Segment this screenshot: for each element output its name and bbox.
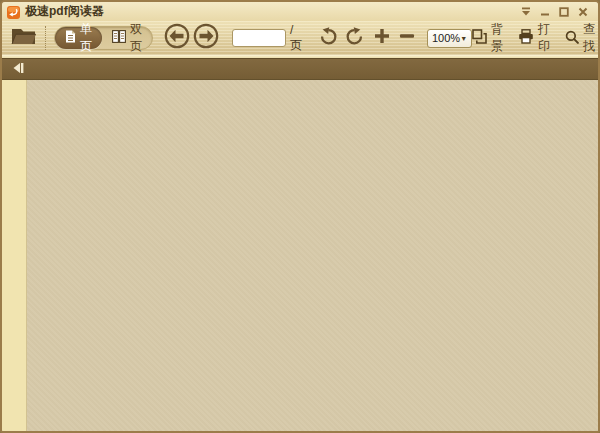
single-page-label: 单页 — [80, 21, 92, 55]
zoom-in-button[interactable] — [374, 30, 390, 47]
zoom-level-select[interactable]: 100% ▼ — [427, 29, 472, 48]
double-page-icon — [112, 30, 126, 46]
rotate-clockwise-button[interactable] — [345, 29, 364, 48]
app-window: 极速pdf阅读器 — [0, 0, 600, 433]
titlebar[interactable]: 极速pdf阅读器 — [2, 2, 598, 21]
window-controls — [518, 4, 591, 19]
find-button[interactable]: 查找 — [565, 21, 595, 55]
minus-icon — [399, 28, 415, 48]
skin-menu-icon[interactable] — [518, 4, 534, 19]
zoom-level-value: 100% — [432, 32, 460, 44]
collapsed-sidebar-strip — [2, 80, 27, 431]
document-view-area — [27, 80, 598, 431]
window-title: 极速pdf阅读器 — [25, 2, 104, 21]
content-area — [2, 80, 598, 431]
page-number-input[interactable] — [232, 29, 286, 47]
rotate-ccw-icon — [319, 27, 338, 50]
toolbar-right-group: 背景 打印 查找 — [472, 21, 595, 55]
collapse-sidebar-button[interactable] — [10, 62, 26, 76]
double-page-label: 双页 — [130, 21, 142, 55]
magnifier-icon — [565, 30, 579, 47]
arrow-left-circle-icon — [164, 23, 190, 53]
open-file-button[interactable] — [10, 24, 37, 52]
arrow-right-circle-icon — [193, 23, 219, 53]
print-button[interactable]: 打印 — [518, 21, 550, 55]
toolbar-separator — [45, 26, 46, 50]
background-button[interactable]: 背景 — [472, 21, 503, 55]
folder-open-icon — [10, 25, 37, 52]
app-logo-icon — [7, 5, 20, 18]
background-label: 背景 — [491, 21, 503, 55]
single-page-mode-button[interactable]: 单页 — [55, 27, 102, 49]
next-page-button[interactable] — [193, 25, 219, 52]
previous-page-button[interactable] — [164, 25, 190, 52]
plus-icon — [374, 28, 390, 48]
chevron-down-icon: ▼ — [460, 35, 467, 42]
arrow-left-to-bar-icon — [11, 60, 25, 78]
page-suffix-label: /页 — [290, 23, 302, 54]
print-label: 打印 — [538, 21, 550, 55]
single-page-icon — [65, 30, 76, 46]
find-label: 查找 — [583, 21, 595, 55]
layers-icon — [472, 29, 487, 47]
page-mode-toggle: 单页 双页 — [54, 26, 153, 50]
double-page-mode-button[interactable]: 双页 — [102, 27, 152, 49]
zoom-out-button[interactable] — [399, 30, 415, 47]
close-icon[interactable] — [575, 4, 591, 19]
maximize-icon[interactable] — [556, 4, 572, 19]
toolbar: 单页 双页 — [2, 21, 598, 55]
rotate-cw-icon — [345, 27, 364, 50]
sidebar-header-bar — [2, 59, 598, 80]
minimize-icon[interactable] — [537, 4, 553, 19]
printer-icon — [518, 29, 534, 47]
rotate-counterclockwise-button[interactable] — [319, 29, 338, 48]
